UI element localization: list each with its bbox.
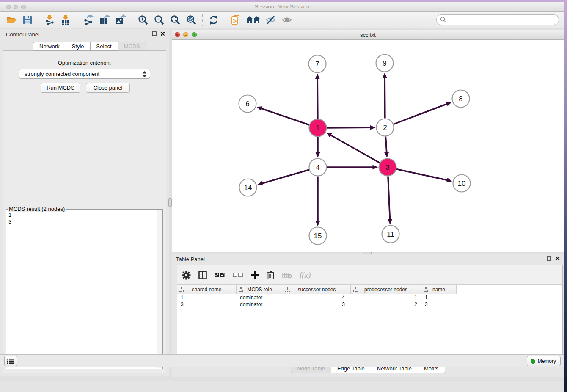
hide-selected-button[interactable] — [264, 14, 277, 26]
main-titlebar: Session: New Session — [0, 2, 564, 12]
function-builder-icon[interactable]: f(x) — [300, 271, 311, 280]
import-table-button[interactable] — [60, 14, 72, 26]
table-cell[interactable]: 3 — [283, 301, 351, 308]
edge-arrowhead — [373, 165, 378, 170]
mcds-result-list[interactable]: 13 — [6, 210, 155, 368]
task-history-button[interactable] — [4, 356, 17, 366]
edge-1-6[interactable] — [260, 108, 309, 125]
tree-icon — [424, 287, 428, 292]
memory-status-icon — [531, 359, 535, 364]
column-header-MCDS-role[interactable]: MCDS role — [237, 285, 283, 294]
edge-arrowhead — [446, 178, 452, 182]
edge-3-1[interactable] — [329, 134, 380, 163]
zoom-in-button[interactable] — [137, 14, 149, 26]
desktop-background: Session: New Session — [0, 0, 567, 392]
tree-icon — [353, 287, 358, 292]
workspace: Control Panel NetworkStyleSelectMCDS Opt… — [0, 28, 564, 381]
tab-mcds[interactable]: MCDS — [118, 42, 146, 51]
list-icon — [7, 358, 14, 364]
save-session-button[interactable] — [21, 14, 34, 26]
refresh-icon — [208, 14, 219, 25]
column-header-shared-name[interactable]: shared name — [177, 285, 237, 294]
table-row[interactable]: 1dominator411 — [177, 294, 562, 301]
deselect-checkboxes-icon[interactable] — [233, 272, 243, 278]
tab-style[interactable]: Style — [66, 42, 91, 51]
delete-column-trash-icon[interactable] — [267, 271, 275, 279]
edge-arrowhead — [257, 181, 263, 186]
edge-2-9[interactable] — [385, 76, 385, 118]
network-titlebar[interactable]: × − + scc.txt — [172, 30, 564, 40]
first-neighbors-button[interactable] — [246, 14, 261, 26]
table-cell[interactable]: 3 — [177, 301, 237, 308]
table-toolbar: f(x) — [177, 265, 562, 285]
select-all-checkboxes-icon[interactable] — [215, 272, 225, 278]
tab-select[interactable]: Select — [91, 42, 118, 51]
tree-icon — [285, 287, 290, 292]
column-header-name[interactable]: name — [421, 285, 457, 294]
column-view-icon[interactable] — [198, 271, 207, 279]
refresh-button[interactable] — [207, 14, 220, 26]
settings-gear-icon[interactable] — [182, 271, 191, 280]
import-network-button[interactable] — [44, 14, 56, 26]
export-table-button[interactable] — [98, 14, 111, 26]
result-scrollbar[interactable] — [157, 210, 162, 368]
table-panel-header: Table Panel — [172, 254, 564, 265]
column-header-predecessor-nodes[interactable]: predecessor nodes — [351, 285, 421, 294]
add-column-icon[interactable] — [251, 271, 259, 279]
search-field-wrap — [436, 14, 559, 25]
close-panel-icon[interactable] — [555, 256, 560, 261]
network-graph-canvas[interactable]: 7968124314101511 — [172, 40, 564, 252]
zoom-out-button[interactable] — [153, 14, 165, 26]
node-label-1: 1 — [316, 124, 319, 132]
table-cell[interactable]: 4 — [283, 294, 351, 301]
import-network-icon — [44, 14, 55, 25]
edge-3-10[interactable] — [396, 169, 449, 181]
table-row[interactable]: 3dominator323 — [177, 301, 562, 308]
eye-slash-icon — [265, 14, 276, 25]
close-panel-icon[interactable] — [160, 31, 165, 36]
tab-network[interactable]: Network — [33, 42, 66, 51]
table-cell[interactable]: 1 — [421, 294, 457, 301]
run-mcds-button[interactable]: Run MCDS — [41, 83, 80, 93]
edge-arrowhead — [388, 219, 392, 224]
memory-button[interactable]: Memory — [527, 356, 561, 366]
node-label-3: 3 — [385, 163, 389, 171]
search-icon — [440, 17, 446, 23]
optimization-label: Optimization criterion: — [3, 60, 166, 66]
show-all-button[interactable] — [281, 14, 293, 26]
status-bar: Memory — [0, 354, 564, 367]
export-network-button[interactable] — [82, 14, 95, 26]
close-panel-button[interactable]: Close panel — [86, 83, 130, 93]
edge-arrowhead — [256, 106, 262, 110]
clone-network-button[interactable] — [230, 14, 242, 26]
zoom-selected-button[interactable] — [185, 14, 198, 26]
vertical-splitter-handle[interactable] — [168, 198, 172, 207]
table-cell[interactable]: 1 — [351, 294, 421, 301]
table-cell[interactable]: 1 — [177, 294, 237, 301]
float-panel-icon[interactable] — [547, 256, 551, 261]
open-folder-icon — [6, 14, 17, 25]
optimization-dropdown[interactable]: strongly connected component — [19, 69, 150, 79]
edge-2-8[interactable] — [394, 103, 448, 124]
table-cell[interactable]: dominator — [237, 294, 283, 301]
node-label-7: 7 — [315, 60, 319, 68]
tree-icon — [179, 287, 184, 292]
column-header-successor-nodes[interactable]: successor nodes — [283, 285, 351, 294]
zoom-fit-button[interactable] — [169, 14, 182, 26]
table-cell[interactable]: 2 — [351, 301, 421, 308]
edge-2-3[interactable] — [385, 136, 387, 154]
search-input[interactable] — [436, 14, 559, 25]
edge-1-7[interactable] — [317, 77, 318, 119]
table-panel-title: Table Panel — [176, 256, 205, 262]
edge-3-11[interactable] — [388, 176, 390, 221]
table-cell[interactable]: dominator — [237, 301, 283, 308]
column-label: name — [432, 287, 445, 293]
edge-4-14[interactable] — [261, 170, 309, 184]
table-cell[interactable]: 3 — [421, 301, 457, 308]
network-title: scc.txt — [172, 32, 564, 38]
float-panel-icon[interactable] — [152, 31, 157, 36]
delete-table-icon[interactable] — [282, 272, 292, 279]
export-image-button[interactable] — [114, 14, 127, 26]
edge-1-2[interactable] — [327, 127, 372, 128]
open-file-button[interactable] — [5, 14, 18, 26]
